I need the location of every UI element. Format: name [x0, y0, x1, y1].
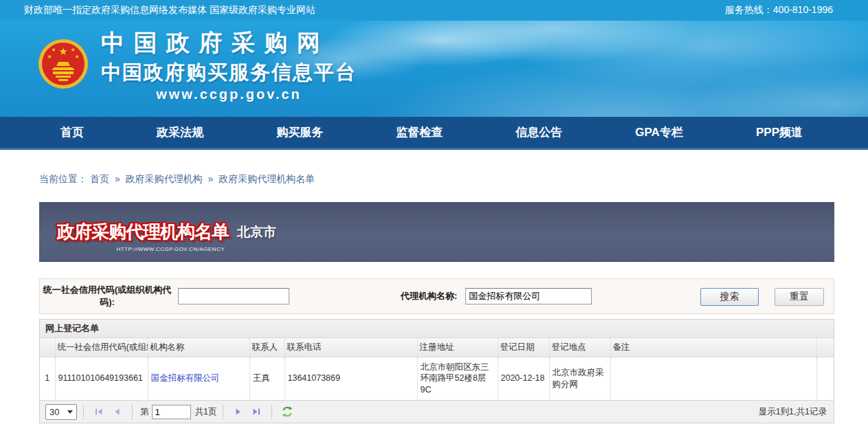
org-name-link[interactable]: 国金招标有限公司 — [151, 373, 220, 383]
svg-text:★: ★ — [58, 45, 67, 57]
cell-reg-date: 2020-12-18 — [498, 357, 549, 400]
separator — [132, 405, 133, 419]
col-header-phone: 联系电话 — [285, 338, 417, 357]
refresh-icon[interactable] — [281, 406, 293, 418]
caret-down-icon — [67, 410, 73, 414]
prev-page-button[interactable] — [111, 406, 123, 418]
breadcrumb-separator: » — [115, 173, 120, 184]
logo-row[interactable]: ★ ★ ★ ★ ★ 中 国 政 府 采 购 网 中国政府购买服务信息平台 www… — [0, 21, 868, 102]
nav-item-announcements[interactable]: 信息公告 — [515, 124, 562, 140]
next-page-button[interactable] — [232, 406, 245, 418]
agency-table: 统一社会信用代码(或组织 机构名称 联系人 联系电话 注册地址 登记日期 登记地… — [40, 338, 834, 400]
cell-org-name: 国金招标有限公司 — [148, 357, 249, 400]
separator — [223, 405, 223, 419]
banner-url-caption: HTTP://WWW.CCGP.GOV.CN/AGENCY — [57, 246, 229, 252]
agency-list-banner: 政府采购代理机构名单 HTTP://WWW.CCGP.GOV.CN/AGENCY… — [39, 202, 834, 262]
reset-button[interactable]: 重置 — [775, 288, 824, 306]
top-bar: 财政部唯一指定政府采购信息网络发布媒体 国家级政府采购专业网站 服务热线：400… — [0, 0, 868, 21]
page-size-select[interactable]: 30 — [45, 404, 77, 420]
first-page-button[interactable] — [93, 406, 105, 418]
svg-text:★: ★ — [74, 54, 79, 60]
separator — [83, 405, 84, 419]
table-header-row: 统一社会信用代码(或组织 机构名称 联系人 联系电话 注册地址 登记日期 登记地… — [40, 338, 834, 357]
separator — [271, 405, 272, 419]
banner-title-block: 政府采购代理机构名单 HTTP://WWW.CCGP.GOV.CN/AGENCY — [57, 220, 229, 252]
agency-name-label: 代理机构名称: — [401, 290, 457, 302]
cell-reg-place: 北京市政府采购分网 — [549, 357, 610, 400]
site-subtitle: 中国政府购买服务信息平台 — [101, 59, 357, 87]
cell-extra — [816, 357, 834, 400]
page-number-input[interactable] — [152, 405, 191, 419]
search-button[interactable]: 搜索 — [700, 288, 759, 306]
logo-text: 中 国 政 府 采 购 网 中国政府购买服务信息平台 www.ccgp.gov.… — [101, 27, 357, 102]
main-nav: 首页 政采法规 购买服务 监督检查 信息公告 GPA专栏 PPP频道 — [0, 117, 868, 150]
cell-address: 北京市朝阳区东三环南路甲52楼8层9C — [417, 357, 498, 400]
cell-phone: 13641073869 — [285, 357, 417, 400]
banner-region: 北京市 — [237, 223, 276, 241]
col-header-address: 注册地址 — [417, 338, 498, 357]
site-title: 中 国 政 府 采 购 网 — [101, 27, 357, 59]
credit-code-label: 统一社会信用代码(或组织机构代码): — [40, 284, 175, 308]
registration-grid: 网上登记名单 统一社会信用代码(或组织 机构名称 联系人 联系电话 注册地址 登… — [39, 319, 834, 423]
cell-contact: 王真 — [249, 357, 285, 400]
breadcrumb-home[interactable]: 首页 — [90, 173, 109, 184]
col-header-reg-date: 登记日期 — [498, 338, 549, 357]
banner-title: 政府采购代理机构名单 — [57, 220, 229, 244]
breadcrumb-separator: » — [208, 173, 213, 184]
record-summary: 显示1到1,共1记录 — [759, 406, 828, 418]
cell-remark — [610, 357, 816, 400]
nav-item-gpa[interactable]: GPA专栏 — [635, 124, 683, 140]
national-emblem-icon: ★ ★ ★ ★ ★ — [38, 38, 89, 92]
col-header-credit-code: 统一社会信用代码(或组织 — [55, 338, 148, 357]
total-pages-label: 共1页 — [195, 406, 217, 418]
col-header-remark: 备注 — [610, 338, 816, 357]
table-row: 1 911101010649193661 国金招标有限公司 王真 1364107… — [40, 357, 834, 400]
credit-code-input[interactable] — [178, 288, 289, 304]
grid-caption: 网上登记名单 — [40, 320, 834, 338]
cell-credit-code: 911101010649193661 — [55, 357, 148, 400]
breadcrumb-current: 政府采购代理机构名单 — [219, 173, 315, 184]
content-area: 政府采购代理机构名单 HTTP://WWW.CCGP.GOV.CN/AGENCY… — [39, 202, 834, 423]
site-slogan: 财政部唯一指定政府采购信息网络发布媒体 国家级政府采购专业网站 — [24, 4, 315, 16]
col-header-reg-place: 登记地点 — [549, 338, 610, 357]
col-header-index — [40, 338, 55, 357]
cell-index: 1 — [40, 357, 55, 400]
col-header-extra — [816, 338, 834, 357]
breadcrumb-prefix: 当前位置： — [39, 173, 87, 184]
breadcrumb-section[interactable]: 政府采购代理机构 — [126, 173, 203, 184]
svg-text:★: ★ — [47, 54, 52, 60]
site-header: ★ ★ ★ ★ ★ 中 国 政 府 采 购 网 中国政府购买服务信息平台 www… — [0, 21, 868, 117]
col-header-contact: 联系人 — [249, 338, 285, 357]
nav-item-purchase-services[interactable]: 购买服务 — [276, 124, 323, 140]
svg-text:★: ★ — [70, 47, 75, 53]
page-number-label: 第 — [140, 406, 149, 418]
service-hotline: 服务热线：400-810-1996 — [725, 4, 833, 16]
agency-name-input[interactable] — [465, 288, 592, 304]
page-size-value: 30 — [49, 407, 59, 417]
last-page-button[interactable] — [250, 406, 263, 418]
nav-item-ppp[interactable]: PPP频道 — [756, 124, 803, 140]
nav-item-home[interactable]: 首页 — [60, 124, 84, 140]
search-form: 统一社会信用代码(或组织机构代码): 代理机构名称: 搜索 重置 — [39, 278, 834, 314]
site-url: www.ccgp.gov.cn — [101, 87, 357, 102]
col-header-org-name: 机构名称 — [148, 338, 249, 357]
nav-item-supervision[interactable]: 监督检查 — [396, 124, 443, 140]
svg-text:★: ★ — [51, 47, 56, 53]
breadcrumb: 当前位置：首页 » 政府采购代理机构 » 政府采购代理机构名单 — [0, 150, 868, 186]
pagination-bar: 30 第 共1页 — [40, 400, 834, 423]
nav-item-regulations[interactable]: 政采法规 — [157, 124, 203, 140]
